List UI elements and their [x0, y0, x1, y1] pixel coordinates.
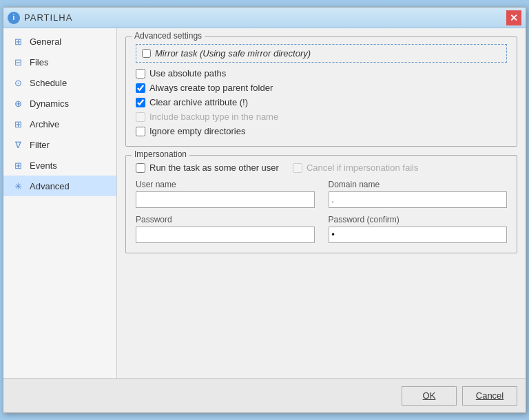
run-as-other-row: Run the task as some other user: [136, 162, 279, 173]
password-confirm-field-group: Password (confirm): [329, 215, 508, 243]
advanced-settings-group: Advanced settings Mirror task (Using saf…: [125, 36, 517, 147]
mirror-task-row: Mirror task (Using safe mirror directory…: [136, 44, 507, 63]
main-window: i PARTILHA ✕ ⊞ General ⊟ Files ⊙ Schedul…: [3, 7, 526, 413]
include-backup-row: Include backup type in the name: [136, 112, 507, 122]
sidebar-item-advanced[interactable]: ✳ Advanced: [3, 176, 116, 196]
impersonation-fields: User name Domain name Password Password …: [136, 180, 507, 243]
sidebar-label-events: Events: [30, 160, 57, 171]
general-icon: ⊞: [12, 36, 24, 47]
window-title: PARTILHA: [24, 12, 72, 23]
cancel-if-fails-row: Cancel if impersonation fails: [293, 162, 419, 173]
user-name-input[interactable]: [136, 191, 315, 208]
advanced-icon: ✳: [12, 180, 24, 191]
schedule-icon: ⊙: [12, 77, 24, 88]
window-body: ⊞ General ⊟ Files ⊙ Schedule ⊕ Dynamics …: [3, 28, 526, 378]
sidebar-item-files[interactable]: ⊟ Files: [3, 52, 116, 72]
events-icon: ⊞: [12, 160, 24, 171]
password-confirm-input[interactable]: [329, 227, 508, 243]
ignore-empty-label[interactable]: Ignore empty directories: [149, 126, 245, 136]
titlebar: i PARTILHA ✕: [3, 8, 526, 28]
filter-icon: ∇: [12, 139, 24, 150]
window-footer: OK Cancel: [3, 378, 526, 412]
advanced-settings-legend: Advanced settings: [132, 31, 205, 41]
sidebar-label-filter: Filter: [30, 140, 50, 150]
always-create-checkbox[interactable]: [136, 83, 145, 93]
app-icon: i: [8, 12, 20, 24]
ok-button[interactable]: OK: [402, 386, 457, 406]
titlebar-left: i PARTILHA: [8, 12, 72, 24]
clear-archive-checkbox[interactable]: [136, 98, 145, 107]
sidebar-item-general[interactable]: ⊞ General: [3, 31, 116, 52]
ignore-empty-checkbox[interactable]: [136, 127, 145, 136]
sidebar-label-archive: Archive: [30, 119, 59, 129]
sidebar-label-advanced: Advanced: [30, 181, 70, 191]
impersonation-legend: Impersonation: [132, 149, 189, 159]
domain-name-field-group: Domain name: [329, 180, 508, 208]
always-create-label[interactable]: Always create top parent folder: [149, 83, 273, 93]
main-content: Advanced settings Mirror task (Using saf…: [117, 28, 526, 378]
domain-name-input[interactable]: [329, 191, 508, 208]
cancel-button[interactable]: Cancel: [462, 386, 517, 406]
sidebar-item-dynamics[interactable]: ⊕ Dynamics: [3, 93, 116, 114]
mirror-task-checkbox[interactable]: [142, 49, 151, 58]
clear-archive-row: Clear archive attribute (!): [136, 97, 507, 107]
sidebar-item-events[interactable]: ⊞ Events: [3, 155, 116, 176]
ok-label: OK: [423, 390, 436, 401]
cancel-if-fails-checkbox: [293, 163, 302, 173]
sidebar-item-schedule[interactable]: ⊙ Schedule: [3, 72, 116, 93]
sidebar-label-dynamics: Dynamics: [30, 98, 69, 109]
archive-icon: ⊞: [12, 118, 24, 129]
password-input[interactable]: [136, 227, 315, 243]
use-absolute-label[interactable]: Use absolute paths: [149, 68, 226, 78]
files-icon: ⊟: [12, 56, 24, 67]
sidebar-label-schedule: Schedule: [30, 78, 67, 88]
sidebar-item-filter[interactable]: ∇ Filter: [3, 134, 116, 155]
sidebar-label-files: Files: [30, 57, 48, 67]
include-backup-checkbox: [136, 112, 145, 122]
dynamics-icon: ⊕: [12, 98, 24, 109]
user-name-field-group: User name: [136, 180, 315, 208]
clear-archive-label[interactable]: Clear archive attribute (!): [149, 97, 248, 107]
run-as-other-checkbox[interactable]: [136, 163, 145, 173]
sidebar-label-general: General: [30, 36, 61, 47]
always-create-row: Always create top parent folder: [136, 83, 507, 93]
password-label: Password: [136, 215, 315, 224]
mirror-task-label[interactable]: Mirror task (Using safe mirror directory…: [155, 48, 311, 59]
password-confirm-label: Password (confirm): [329, 215, 508, 224]
close-button[interactable]: ✕: [506, 10, 521, 25]
include-backup-label: Include backup type in the name: [149, 112, 278, 122]
ignore-empty-row: Ignore empty directories: [136, 126, 507, 136]
cancel-label: Cancel: [476, 390, 504, 401]
use-absolute-row: Use absolute paths: [136, 68, 507, 78]
run-as-other-label[interactable]: Run the task as some other user: [149, 162, 279, 173]
cancel-if-fails-label: Cancel if impersonation fails: [307, 162, 419, 173]
user-name-label: User name: [136, 180, 315, 189]
impersonation-group: Impersonation Run the task as some other…: [125, 155, 517, 253]
domain-name-label: Domain name: [329, 180, 508, 189]
sidebar: ⊞ General ⊟ Files ⊙ Schedule ⊕ Dynamics …: [3, 28, 117, 378]
password-field-group: Password: [136, 215, 315, 243]
sidebar-item-archive[interactable]: ⊞ Archive: [3, 114, 116, 134]
use-absolute-checkbox[interactable]: [136, 69, 145, 78]
